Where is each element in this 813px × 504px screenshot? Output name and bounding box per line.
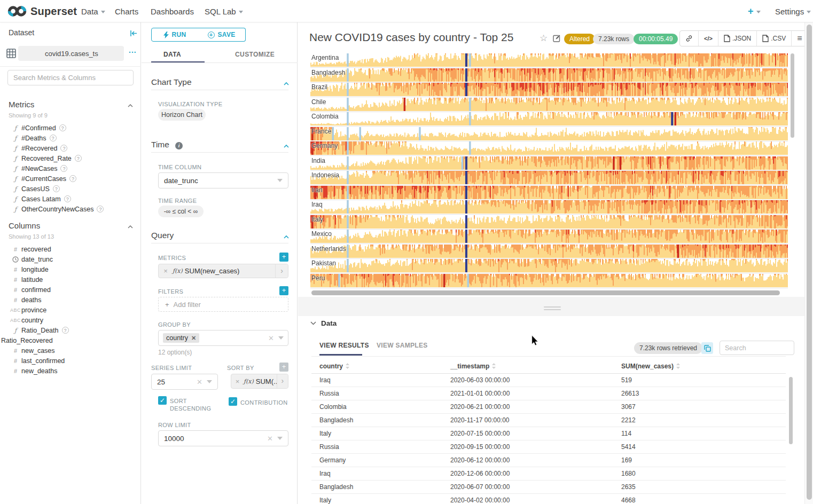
time-column-select[interactable]: date_trunc — [158, 172, 288, 188]
nav-sqllab[interactable]: SQL Lab — [205, 0, 243, 22]
horizon-row[interactable]: Pakistan — [310, 259, 788, 273]
add-metric-button[interactable]: + — [279, 253, 288, 262]
horizon-row[interactable]: Colombia — [310, 112, 788, 127]
remove-metric-icon[interactable]: × — [231, 377, 244, 385]
column-header-metric[interactable]: SUM(new_cases) — [613, 363, 786, 371]
horizon-row[interactable]: Bangladesh — [310, 68, 788, 83]
new-item-button[interactable]: + — [748, 0, 761, 22]
metric-item[interactable]: ƒCasesUS? — [0, 184, 141, 194]
add-sort-button[interactable]: + — [279, 363, 288, 372]
metric-item[interactable]: ƒ#CurrentCases? — [0, 174, 141, 184]
column-header-timestamp[interactable]: __timestamp — [442, 363, 613, 371]
metric-item[interactable]: ƒCases Latam? — [0, 194, 141, 204]
horizon-row[interactable]: Chile — [310, 98, 788, 112]
column-item[interactable]: #new_cases — [0, 345, 141, 356]
nav-data[interactable]: Data — [81, 0, 105, 22]
drag-handle[interactable] — [544, 309, 561, 310]
search-metrics-input[interactable] — [7, 70, 134, 85]
remove-metric-icon[interactable]: × — [159, 267, 173, 275]
chevron-up-icon[interactable] — [128, 224, 133, 230]
contribution-checkbox[interactable]: ✓ — [229, 397, 237, 406]
drag-handle[interactable] — [544, 306, 561, 308]
chevron-up-icon[interactable] — [128, 103, 133, 108]
results-search-input[interactable] — [720, 341, 794, 355]
collapse-panel-icon[interactable] — [130, 29, 138, 37]
favorite-star-icon[interactable]: ☆ — [540, 33, 548, 44]
horizon-row[interactable]: Germany — [310, 141, 788, 156]
table-row[interactable]: Germany2020-06-12 00:00:00169 — [311, 454, 786, 467]
column-item[interactable]: #confirmed — [0, 285, 141, 295]
add-filter-button[interactable]: + — [279, 286, 288, 295]
row-limit-select[interactable]: 10000 ✕ — [158, 430, 288, 446]
table-row[interactable]: Russia2020-09-15 00:00:005414 — [311, 440, 786, 454]
tab-view-results[interactable]: VIEW RESULTS — [319, 342, 369, 349]
metric-item[interactable]: ƒ#NewCases? — [0, 163, 141, 174]
export-csv-button[interactable]: .CSV — [757, 31, 792, 46]
export-json-button[interactable]: .JSON — [718, 31, 757, 46]
chart-hscrollbar[interactable] — [311, 290, 780, 295]
horizon-row[interactable]: India — [310, 156, 788, 171]
chart-title[interactable]: New COVID19 cases by country - Top 25 — [309, 31, 513, 44]
time-section-header[interactable]: Time — [151, 140, 169, 149]
data-panel-toggle[interactable]: Data — [310, 319, 337, 327]
column-item[interactable]: #new_deaths — [0, 366, 141, 376]
table-vscrollbar[interactable] — [789, 377, 793, 444]
clear-icon[interactable]: ✕ — [267, 435, 273, 443]
query-section-header[interactable]: Query — [151, 231, 174, 240]
column-item[interactable]: Ratio_Recovered — [0, 335, 141, 345]
group-by-select[interactable]: country ✕ ✕ — [158, 330, 288, 346]
horizon-row[interactable]: Indonesia — [310, 171, 788, 185]
add-filter-dropzone[interactable]: +Add filter — [158, 297, 288, 312]
copy-link-button[interactable] — [680, 31, 699, 46]
nav-dashboards[interactable]: Dashboards — [151, 0, 194, 22]
table-row[interactable]: Bangladesh2020-11-17 00:00:002212 — [311, 414, 786, 427]
metric-item[interactable]: ƒ#Deaths? — [0, 133, 141, 143]
column-header-country[interactable]: country — [311, 363, 442, 371]
metric-item[interactable]: ƒOtherCountryNewCases? — [0, 204, 141, 214]
horizon-row[interactable]: Argentina — [310, 53, 788, 68]
series-limit-select[interactable]: 25 ✕ — [151, 374, 218, 390]
column-item[interactable]: ABCprovince — [0, 305, 141, 315]
column-item[interactable]: date_trunc — [0, 254, 141, 264]
column-item[interactable]: #deaths — [0, 295, 141, 305]
altered-badge[interactable]: Altered — [564, 34, 595, 44]
table-row[interactable]: Italy2020-04-02 00:00:004668 — [311, 494, 786, 504]
superset-logo[interactable]: Superset — [7, 0, 77, 22]
copy-data-button[interactable] — [701, 342, 713, 354]
horizon-row[interactable]: Peru — [310, 274, 788, 288]
page-scrollbar[interactable] — [804, 22, 813, 504]
horizon-row[interactable]: Italy — [310, 215, 788, 230]
chevron-up-icon[interactable] — [284, 144, 289, 149]
column-item[interactable]: #longitude — [0, 264, 141, 274]
metric-item[interactable]: ƒ#Recovered? — [0, 143, 141, 153]
column-item[interactable]: #recovered — [0, 244, 141, 254]
metric-item[interactable]: ƒ#Confirmed? — [0, 123, 141, 133]
table-row[interactable]: Iraq2020-12-06 00:00:001680 — [311, 467, 786, 481]
visualization-type-value[interactable]: Horizon Chart — [158, 109, 206, 121]
time-range-value[interactable]: -∞ ≤ col < ∞ — [158, 206, 204, 217]
horizon-row[interactable]: France — [310, 127, 788, 141]
chevron-right-icon[interactable]: › — [275, 264, 288, 278]
save-button[interactable]: + SAVE — [198, 28, 246, 42]
horizon-row[interactable]: Brazil — [310, 83, 788, 97]
horizon-row[interactable]: Mexico — [310, 230, 788, 244]
metric-pill[interactable]: × ƒ(x) SUM(new_cases) › — [158, 264, 288, 278]
table-row[interactable]: Russia2021-01-01 00:00:0026613 — [311, 387, 786, 400]
chevron-right-icon[interactable]: › — [277, 374, 288, 388]
metrics-section-header[interactable]: Metrics — [9, 100, 34, 109]
columns-section-header[interactable]: Columns — [9, 221, 40, 231]
chevron-up-icon[interactable] — [284, 234, 289, 240]
horizon-row[interactable]: Iran — [310, 186, 788, 200]
edit-title-icon[interactable] — [553, 34, 561, 42]
embed-code-button[interactable]: </> — [699, 31, 718, 46]
nav-charts[interactable]: Charts — [115, 0, 138, 22]
sort-by-pill[interactable]: × ƒ(x) SUM(... › — [231, 374, 288, 389]
clear-icon[interactable]: ✕ — [268, 334, 274, 342]
table-row[interactable]: Colombia2020-06-21 00:00:003067 — [311, 400, 786, 414]
tab-view-samples[interactable]: VIEW SAMPLES — [377, 342, 428, 349]
sort-descending-checkbox[interactable]: ✓ — [158, 396, 167, 405]
table-row[interactable]: Bangladesh2020-06-07 00:00:002635 — [311, 481, 786, 494]
chart-type-header[interactable]: Chart Type — [151, 77, 192, 87]
horizon-row[interactable]: Netherlands — [310, 245, 788, 259]
column-item[interactable]: ƒRatio_Death? — [0, 325, 141, 335]
